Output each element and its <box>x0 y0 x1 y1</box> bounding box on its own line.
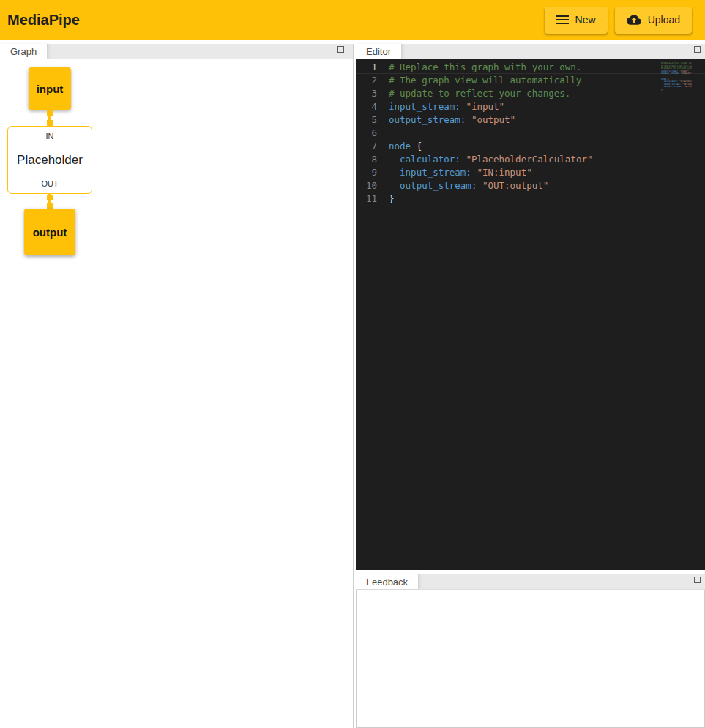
app-header: MediaPipe New Upload <box>0 0 705 40</box>
port-dot <box>47 203 53 209</box>
maximize-icon[interactable] <box>694 46 701 53</box>
placeholder-node-label: Placeholder <box>17 153 83 168</box>
maximize-icon[interactable] <box>694 577 701 583</box>
new-button[interactable]: New <box>545 7 608 34</box>
port-dot <box>47 120 53 126</box>
editor-panel: Editor 1# Replace this graph with your o… <box>356 44 705 570</box>
code-line[interactable]: 8 calculator: "PlaceholderCalculator" <box>356 153 705 166</box>
code-line[interactable]: 10 output_stream: "OUT:output" <box>356 179 705 192</box>
upload-button[interactable]: Upload <box>615 7 692 34</box>
upload-button-label: Upload <box>648 14 680 26</box>
code-line[interactable]: 7node { <box>356 140 705 153</box>
feedback-panel: Feedback <box>356 574 705 728</box>
out-port-label: OUT <box>41 179 58 188</box>
tab-feedback[interactable]: Feedback <box>356 574 419 589</box>
line-number: 9 <box>356 166 389 179</box>
editor-lines: 1# Replace this graph with your own.2# T… <box>356 61 705 206</box>
maximize-icon[interactable] <box>337 46 344 53</box>
line-number: 11 <box>356 192 389 206</box>
code-line[interactable]: 9 input_stream: "IN:input" <box>356 166 705 179</box>
line-number: 8 <box>356 153 389 166</box>
graph-node-output[interactable]: output <box>24 209 75 255</box>
header-buttons: New Upload <box>545 7 698 34</box>
line-number: 6 <box>356 127 389 140</box>
line-number: 7 <box>356 140 389 153</box>
port-dot <box>47 110 53 116</box>
line-number: 1 <box>356 61 389 74</box>
feedback-panel-header: Feedback <box>356 574 705 590</box>
code-line[interactable]: 5output_stream: "output" <box>356 113 705 127</box>
tab-feedback-label: Feedback <box>366 577 408 588</box>
code-line[interactable]: 6 <box>356 127 705 140</box>
new-button-label: New <box>575 14 596 26</box>
editor-panel-header: Editor <box>356 44 705 59</box>
tab-graph-label: Graph <box>10 46 37 57</box>
graph-node-input[interactable]: input <box>29 67 71 110</box>
app-title: MediaPipe <box>7 12 80 29</box>
code-line[interactable]: 11} <box>356 192 705 206</box>
code-line[interactable]: 2# The graph view will automatically <box>356 74 705 87</box>
cloud-upload-icon <box>627 12 641 27</box>
line-number: 2 <box>356 74 389 87</box>
code-line[interactable]: 3# update to reflect your changes. <box>356 87 705 100</box>
graph-node-placeholder[interactable]: IN Placeholder OUT <box>7 126 92 194</box>
line-number: 10 <box>356 179 389 192</box>
port-dot <box>47 195 53 200</box>
graph-panel-header: Graph <box>0 44 353 59</box>
code-editor[interactable]: 1# Replace this graph with your own.2# T… <box>356 59 705 570</box>
line-number: 4 <box>356 100 389 113</box>
tab-graph[interactable]: Graph <box>0 44 48 59</box>
line-number: 3 <box>356 87 389 100</box>
feedback-content <box>356 590 705 728</box>
menu-icon <box>556 15 569 24</box>
in-port-label: IN <box>46 132 54 140</box>
code-line[interactable]: 1# Replace this graph with your own. <box>356 61 705 74</box>
graph-canvas[interactable]: input IN Placeholder OUT output <box>0 59 353 728</box>
line-number: 5 <box>356 113 389 127</box>
tab-editor[interactable]: Editor <box>356 44 402 59</box>
code-line[interactable]: 4input_stream: "input" <box>356 100 705 113</box>
graph-panel: Graph input IN Placeholder OUT output <box>0 44 354 728</box>
tab-editor-label: Editor <box>366 46 391 57</box>
